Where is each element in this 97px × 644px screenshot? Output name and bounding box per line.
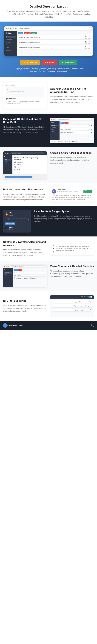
downvote-arrow[interactable]: ▼ <box>52 250 55 253</box>
close-action[interactable]: ✕ Close <box>65 141 70 142</box>
views-section: discy.theme/questions Discy Questions St… <box>0 261 97 291</box>
answers-stat: 8 Ans <box>85 46 87 49</box>
upvote-description: Allow users to vote for other questions … <box>3 248 47 257</box>
mini-filter-btn[interactable]: Filter <box>60 122 65 124</box>
question-text: Qui Are The Foreign Accent can be Englis… <box>19 37 85 38</box>
shield-icon: 🛡 <box>5 227 8 230</box>
report-action[interactable]: ⚑ Report <box>72 141 77 142</box>
search-icon[interactable] <box>91 324 94 328</box>
rtl-toggle[interactable] <box>88 296 92 298</box>
fire-icon: 🔥 <box>5 212 9 216</box>
table-row: What is the best way to learn JavaScript… <box>18 45 91 50</box>
sidebar-logo: Discy <box>6 32 16 34</box>
hero-section: discy.theme/questions Discy Dashboard Qu… <box>0 22 97 77</box>
poll-content-wrapper: Discy Polls Q&A Users What is your favor… <box>3 155 47 174</box>
question-form-mockup: New Question B I U Describe your questio… <box>3 82 47 109</box>
upvote-image: ▲ 2 ▼ In my local language (Bahasa Indon… <box>50 242 94 255</box>
poll-header: discy.theme/poll <box>3 151 47 155</box>
points-mockup: 🔥 20 Points Voting up an answer in the c… <box>3 210 31 232</box>
answered-button[interactable]: ✓ Answered <box>59 60 77 65</box>
editor-toolbar: B I U <box>7 89 43 90</box>
mini-add-btn[interactable]: Add <box>65 122 68 124</box>
poll-image: discy.theme/poll Discy Polls Q&A Users W… <box>3 151 47 179</box>
poll-radio <box>14 166 16 168</box>
edit-action[interactable]: ✏️ Edit <box>52 141 56 142</box>
browser-dot-yellow <box>8 28 9 29</box>
sidebar-item-answers[interactable]: Answers <box>6 41 16 44</box>
delete-action[interactable]: 🗑 Delete <box>58 141 63 142</box>
views-label: 12 Views <box>24 278 28 279</box>
sidebar-item-users[interactable]: Users <box>6 44 16 46</box>
status-description: Higlight your questions by using Questio… <box>12 68 85 73</box>
question-title-input[interactable]: Please choose an appropriate title for t… <box>6 100 44 105</box>
followers-count: 👤 5 Followers <box>29 278 37 279</box>
views-stats-bar: 💬 5 Answers 👁 12 Views 👤 5 Followers <box>14 278 46 279</box>
answer-icon: 💬 <box>14 278 15 279</box>
poll-radio <box>14 168 16 170</box>
sidebar-item-dashboard[interactable]: Dashboard <box>6 36 16 38</box>
best-answer-text: Pick Or Upvote Your Best Answer Question… <box>3 188 47 201</box>
list-item: Foreign Accent question 21 <box>14 272 46 274</box>
rtl-description: Discy is RTL fully supported for those w… <box>3 304 47 312</box>
manage-image: discy.theme/questions Discy Questions An… <box>50 118 94 144</box>
best-answer-image: JP John Peter Added an answer on April 1… <box>50 187 94 202</box>
best-answer-title: Pick Or Upvote Your Best Answer <box>3 188 47 191</box>
ask-question-description: Easily ask question with simple steps, u… <box>50 95 94 104</box>
sidebar-item-questions[interactable]: Questions <box>6 38 16 41</box>
poll-option[interactable]: Python <box>14 164 45 166</box>
closed-button[interactable]: ✕ Closed <box>42 60 57 65</box>
add-new-button[interactable]: Add New <box>24 32 31 34</box>
mini-sidebar-questions[interactable]: Questions <box>51 125 59 126</box>
sidebar-item-settings[interactable]: Settings <box>6 49 16 52</box>
mini-sidebar-answers[interactable]: Answers <box>51 127 59 128</box>
mini-content: Discy Questions Answers Users Tags Filte… <box>50 121 94 140</box>
poll-mockup: discy.theme/poll Discy Polls Q&A Users W… <box>3 151 47 179</box>
answerer-details: John Peter Added an answer on April 18, … <box>57 189 82 194</box>
rtl-row: ما هو أفضل لغة برمجة للمبتدئين؟ <box>52 304 92 308</box>
poll-text: Create & Share A Poll In Seconds!! Take … <box>50 151 94 164</box>
edit-icon: ✏️ <box>52 141 53 142</box>
upvote-card: ▲ 2 ▼ In my local language (Bahasa Indon… <box>50 242 94 255</box>
question-stats: 21 Ans 7 Vote <box>85 36 90 39</box>
upvote-title: Upvote or Downvote Questions and Answers… <box>3 240 47 247</box>
badge-points-num: 250 <box>9 226 13 229</box>
export-button[interactable]: Export <box>31 32 37 34</box>
answerer-date: Added an answer on April 18, 2018 at 2:0… <box>57 191 82 194</box>
delete-icon: 🗑 <box>58 141 59 142</box>
manage-description: All Discy features (Edit, Delete, Report… <box>3 126 47 134</box>
poll-inner: discy.theme/poll Discy Polls Q&A Users W… <box>3 151 94 179</box>
poll-option[interactable]: JavaScript <box>14 162 45 163</box>
mini-sidebar-users[interactable]: Users <box>51 129 59 130</box>
votes-stat: 3 Vote <box>88 41 90 44</box>
upvote-section: Upvote or Downvote Questions and Answers… <box>0 236 97 261</box>
poll-option[interactable]: PHP <box>14 166 45 168</box>
answerer-name: John Peter <box>57 189 82 191</box>
sidebar-item-tags[interactable]: Tags <box>6 46 16 49</box>
views-content: Discy Questions Stats Users Filter Sort … <box>3 268 47 287</box>
voting-description: Voting up an answer in the community. <box>5 218 29 220</box>
answers-count: 💬 5 Answers <box>14 278 21 279</box>
option-label: JavaScript <box>17 162 23 163</box>
points-description: Besides gaining reputation with your que… <box>34 215 94 223</box>
rtl-row: كيف تتعلم البرمجة بشكل سريع؟ <box>52 300 92 304</box>
question-title-label: Question Title * <box>6 98 44 100</box>
poll-title: Create & Share A Poll In Seconds!! <box>50 151 94 154</box>
poll-option[interactable]: Ruby <box>14 168 45 170</box>
in-process-button[interactable]: ⚡ In Process <box>20 60 40 65</box>
question-text: What is the best way to learn JavaScript… <box>19 47 85 48</box>
upvote-arrow[interactable]: ▲ <box>52 244 55 247</box>
manage-title: Manage All Of The Questions On Front End… <box>3 118 47 124</box>
browser-dot-green <box>10 28 11 29</box>
manage-questions-inner: Manage All Of The Questions On Front End… <box>3 118 94 144</box>
participate-button[interactable]: ❓ Participate in Poll, Choose Your Answe… <box>5 176 32 178</box>
views-sort-btn[interactable]: Sort <box>18 269 22 271</box>
voting-points-label: Points <box>10 214 13 216</box>
mini-sidebar-logo: Discy <box>51 122 59 124</box>
poll-sidebar: Discy Polls Q&A Users <box>3 155 13 174</box>
browser-sidebar: Discy Dashboard Questions Answers Users … <box>5 31 17 56</box>
footer-logo-icon: D <box>3 323 8 328</box>
filter-button[interactable]: Filter <box>18 32 23 34</box>
views-filter-btn[interactable]: Filter <box>14 269 18 271</box>
answers-label: 5 Answers <box>16 278 21 279</box>
mini-sidebar-tags[interactable]: Tags <box>51 131 59 132</box>
